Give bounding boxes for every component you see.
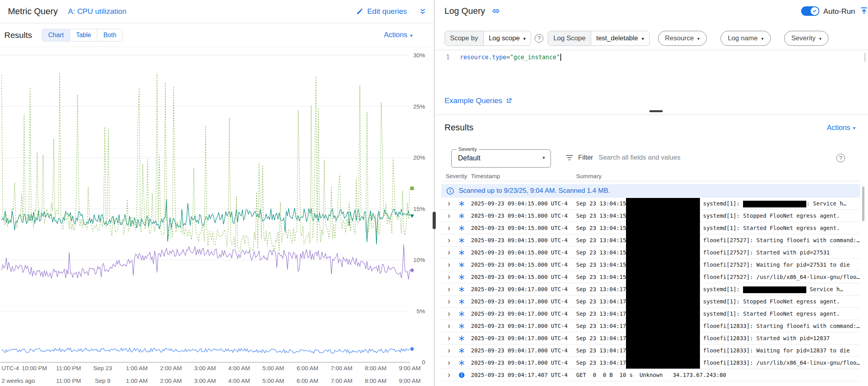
log-timestamp: 2025-09-23 09:04:15.000 UTC-4 [471, 222, 567, 234]
metric-actions-button[interactable]: Actions ▾ [384, 31, 412, 39]
metric-header-actions: Edit queries [356, 7, 427, 16]
query-results-resize-handle[interactable] [649, 110, 663, 112]
expand-row-chevron-icon[interactable]: › [448, 198, 450, 209]
tab-chart[interactable]: Chart [42, 29, 70, 41]
pencil-icon [356, 8, 364, 15]
expand-row-chevron-icon[interactable]: › [448, 247, 450, 258]
x-tick-label-secondary: 8:00 AM [365, 377, 386, 384]
edit-queries-button[interactable]: Edit queries [356, 7, 407, 16]
x-tick-label: 4:00 AM [228, 365, 250, 371]
expand-row-chevron-icon[interactable]: › [448, 234, 450, 246]
log-summary-prefix: Sep 23 13:04:15 [576, 222, 626, 234]
severity-select[interactable]: Severity Default ▾ [451, 149, 551, 168]
severity-filter-dropdown[interactable]: Severity▾ [784, 31, 828, 46]
severity-filter-label: Severity [791, 34, 815, 42]
x-tick-label: 3:00 AM [194, 365, 216, 371]
series-end-marker-diamond [410, 268, 414, 272]
chart-series-blue-solid [2, 348, 410, 354]
expand-row-chevron-icon[interactable]: › [448, 222, 450, 233]
redacted-column [626, 198, 700, 369]
metric-panel-title: Metric Query [8, 6, 58, 17]
expand-row-chevron-icon[interactable]: › [448, 296, 450, 307]
x-tick-label-secondary: 3:00 AM [194, 377, 216, 384]
edit-queries-label: Edit queries [367, 7, 407, 16]
log-timestamp: 2025-09-23 09:04:17.000 UTC-4 [471, 332, 567, 345]
panel-resize-handle[interactable] [433, 212, 436, 229]
tab-chart-label: Chart [48, 32, 64, 39]
severity-default-icon [459, 360, 465, 366]
example-queries-link[interactable]: Example Queries [444, 96, 512, 105]
results-help-icon[interactable]: ? [836, 154, 845, 162]
log-timestamp: 2025-09-23 09:04:17.000 UTC-4 [471, 296, 567, 308]
query-code-line: resource.type="gce_instance" [460, 54, 561, 61]
x-tick-label-secondary: 7:00 AM [331, 377, 352, 384]
log-entries-list: ›2025-09-23 09:04:15.000 UTC-4Sep 23 13:… [441, 198, 860, 386]
log-summary-prefix: Sep 23 13:04:17 [576, 283, 626, 296]
log-summary: systemd[1]: Service h… [703, 283, 860, 296]
metric-query-panel: Metric Query A: CPU utilization Edit que… [0, 0, 434, 386]
chart-series-purple-solid [2, 245, 410, 279]
log-timestamp: 2025-09-23 09:04:17.000 UTC-4 [471, 308, 567, 320]
log-results-bar: Results Actions ▾ [435, 119, 855, 137]
log-name-filter-label: Log name [728, 34, 758, 42]
expand-row-chevron-icon[interactable]: › [448, 308, 450, 319]
log-filter-search[interactable]: Filter Search all fields and values [565, 153, 681, 162]
results-scrollbar[interactable] [862, 186, 864, 221]
collapse-panel-icon[interactable] [860, 6, 868, 17]
auto-run-toggle[interactable] [801, 6, 819, 16]
log-summary-prefix: Sep 23 13:04:15 [576, 271, 626, 283]
log-scope-label: Log Scope [548, 31, 591, 45]
filter-label: Filter [578, 154, 593, 162]
expand-row-chevron-icon[interactable]: › [448, 320, 450, 331]
log-timestamp: 2025-09-23 09:04:17.000 UTC-4 [471, 345, 567, 357]
expand-row-chevron-icon[interactable]: › [448, 332, 450, 344]
double-chevron-down-icon[interactable] [419, 8, 427, 15]
column-summary: Summary [576, 173, 601, 179]
log-scope-dropdown[interactable]: Log Scope test_deletable▾ [548, 31, 649, 46]
metric-query-a-link[interactable]: A: CPU utilization [68, 7, 127, 16]
tab-table[interactable]: Table [70, 29, 97, 41]
log-summary-prefix: Sep 23 13:04:17 [576, 345, 626, 357]
scope-help-icon[interactable]: ? [535, 34, 543, 43]
copy-link-icon[interactable] [492, 7, 500, 17]
log-actions-button[interactable]: Actions ▾ [827, 124, 855, 132]
x-tick-label: Sep 23 [93, 365, 112, 371]
editor-scrollbar[interactable] [864, 53, 866, 62]
resource-filter-label: Resource [665, 34, 694, 42]
log-summary-prefix: Sep 23 13:04:15 [576, 198, 626, 210]
log-summary: flooefi[27527]: Started with pid=27531 [703, 247, 860, 259]
tab-both[interactable]: Both [97, 29, 122, 41]
log-summary: flooefi[27527]: /usr/lib/x86_64-linux-gn… [703, 271, 860, 283]
x-tick-label-secondary: 6:00 AM [297, 377, 318, 384]
redacted-text [743, 286, 806, 293]
expand-row-chevron-icon[interactable]: › [448, 259, 450, 270]
log-summary: systemd[1]: Started FlooNet egress agent… [703, 222, 860, 234]
expand-row-chevron-icon[interactable]: › [448, 271, 450, 282]
query-editor[interactable]: 1 resource.type="gce_instance" [435, 50, 868, 88]
code-key: resource.type [460, 54, 506, 61]
chevron-down-icon: ▾ [697, 36, 700, 41]
expand-row-chevron-icon[interactable]: › [448, 283, 450, 295]
results-divider [435, 115, 868, 115]
severity-default-icon [459, 274, 465, 280]
cpu-utilization-chart[interactable]: 30%25%20%15%10%5%0UTC-410:00 PM11:00 PMS… [0, 47, 434, 386]
open-in-new-icon [505, 97, 512, 104]
x-tick-label: 9:00 AM [399, 365, 421, 371]
severity-default-icon [459, 201, 465, 207]
log-row[interactable]: ›2025-09-23 09:04:17.407 UTC-4GET 0 0 B … [441, 369, 860, 381]
resource-filter-dropdown[interactable]: Resource▾ [658, 31, 707, 46]
log-panel-header: Log Query Auto-Run [435, 0, 868, 22]
expand-row-chevron-icon[interactable]: › [448, 210, 450, 221]
log-summary-prefix: Sep 23 13:04:15 [576, 234, 626, 247]
scope-by-dropdown[interactable]: Scope by Log scope▾ [444, 31, 531, 46]
expand-row-chevron-icon[interactable]: › [448, 345, 450, 356]
expand-row-chevron-icon[interactable]: › [448, 357, 450, 368]
log-summary-prefix: Sep 23 13:04:17 [576, 332, 626, 345]
chart-series-green-dashed [2, 72, 410, 252]
expand-row-chevron-icon[interactable]: › [448, 369, 450, 380]
log-name-filter-dropdown[interactable]: Log name▾ [720, 31, 771, 46]
chevron-down-icon: ▾ [761, 36, 764, 41]
log-summary: systemd[1]: Stopped FlooNet egress agent… [703, 210, 860, 222]
log-summary: flooefi[12833]: Started with pid=12837 [703, 332, 860, 345]
x-tick-label-secondary: 11:00 PM [56, 377, 81, 384]
